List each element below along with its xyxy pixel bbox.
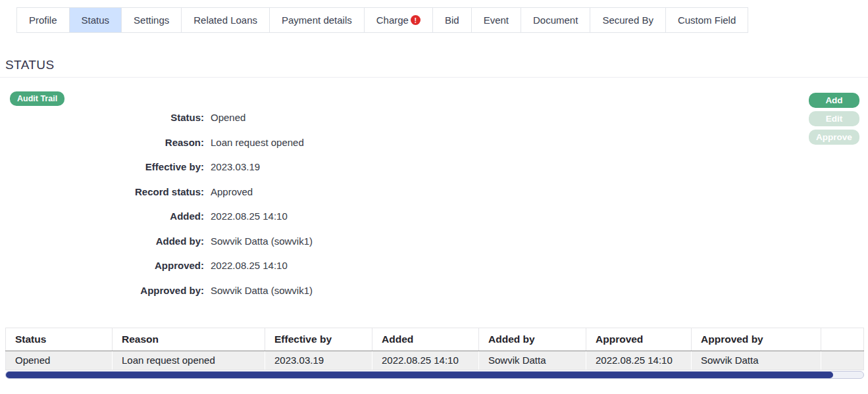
detail-label: Approved: bbox=[0, 260, 204, 271]
detail-label: Status: bbox=[0, 112, 204, 123]
column-header-approved: Approved bbox=[586, 328, 692, 351]
tab-label: Bid bbox=[445, 14, 459, 26]
horizontal-scrollbar[interactable] bbox=[5, 371, 864, 379]
horizontal-scrollbar-thumb[interactable] bbox=[6, 372, 833, 378]
detail-value: 2022.08.25 14:10 bbox=[211, 260, 288, 271]
detail-value: Loan request opened bbox=[211, 137, 304, 148]
tab-related-loans[interactable]: Related Loans bbox=[182, 8, 270, 32]
detail-row-record-status: Record status: Approved bbox=[0, 180, 868, 205]
table-header-row: Status Reason Effective by Added Added b… bbox=[6, 328, 864, 351]
status-table-container: Status Reason Effective by Added Added b… bbox=[5, 328, 864, 370]
approve-button[interactable]: Approve bbox=[809, 130, 859, 145]
tab-status[interactable]: Status bbox=[70, 8, 122, 32]
detail-value: Opened bbox=[211, 112, 245, 123]
section-header: STATUS bbox=[0, 58, 868, 78]
tab-label: Event bbox=[484, 14, 509, 26]
cell-approved-by: Sowvik Datta bbox=[692, 351, 821, 370]
detail-value: Sowvik Datta (sowvik1) bbox=[211, 285, 313, 296]
tab-label: Payment details bbox=[282, 14, 352, 26]
tab-payment-details[interactable]: Payment details bbox=[270, 8, 365, 32]
detail-value: Approved bbox=[211, 186, 253, 197]
table-row[interactable]: Opened Loan request opened 2023.03.19 20… bbox=[6, 351, 864, 370]
tab-label: Custom Field bbox=[678, 14, 736, 26]
add-button[interactable]: Add bbox=[809, 93, 859, 108]
tab-label: Status bbox=[82, 14, 110, 26]
tab-settings[interactable]: Settings bbox=[122, 8, 182, 32]
detail-row-added: Added: 2022.08.25 14:10 bbox=[0, 204, 868, 229]
status-content: Audit Trail Add Edit Approve Status: Ope… bbox=[0, 78, 868, 303]
tab-bar-container: Profile Status Settings Related Loans Pa… bbox=[0, 0, 868, 33]
detail-row-approved: Approved: 2022.08.25 14:10 bbox=[0, 253, 868, 278]
tab-label: Document bbox=[533, 14, 578, 26]
detail-value: 2023.03.19 bbox=[211, 161, 260, 172]
cell-reason: Loan request opened bbox=[113, 351, 265, 370]
tab-bid[interactable]: Bid bbox=[433, 8, 472, 32]
tab-bar: Profile Status Settings Related Loans Pa… bbox=[16, 7, 748, 33]
cell-added: 2022.08.25 14:10 bbox=[372, 351, 479, 370]
column-header-added-by: Added by bbox=[479, 328, 586, 351]
detail-label: Effective by: bbox=[0, 161, 204, 172]
column-header-status: Status bbox=[6, 328, 113, 351]
action-buttons: Add Edit Approve bbox=[809, 93, 859, 145]
detail-row-approved-by: Approved by: Sowvik Datta (sowvik1) bbox=[0, 278, 868, 303]
tab-label: Charge bbox=[376, 14, 409, 26]
cell-approved: 2022.08.25 14:10 bbox=[586, 351, 692, 370]
detail-label: Added by: bbox=[0, 235, 204, 247]
cell-empty bbox=[821, 351, 864, 370]
tab-secured-by[interactable]: Secured By bbox=[590, 8, 666, 32]
tab-label: Secured By bbox=[602, 14, 653, 26]
audit-trail-button[interactable]: Audit Trail bbox=[10, 91, 64, 106]
column-header-effective-by: Effective by bbox=[265, 328, 372, 351]
detail-row-reason: Reason: Loan request opened bbox=[0, 130, 868, 155]
cell-status: Opened bbox=[6, 351, 113, 370]
tab-event[interactable]: Event bbox=[472, 8, 521, 32]
cell-added-by: Sowvik Datta bbox=[479, 351, 586, 370]
column-header-approved-by: Approved by bbox=[692, 328, 821, 351]
edit-button[interactable]: Edit bbox=[809, 111, 859, 126]
detail-row-status: Status: Opened bbox=[0, 105, 868, 130]
tab-label: Related Loans bbox=[193, 14, 257, 26]
status-table: Status Reason Effective by Added Added b… bbox=[5, 328, 864, 370]
detail-value: 2022.08.25 14:10 bbox=[211, 210, 288, 222]
page-title: STATUS bbox=[5, 58, 55, 72]
tab-profile[interactable]: Profile bbox=[17, 8, 70, 32]
tab-document[interactable]: Document bbox=[521, 8, 590, 32]
detail-label: Record status: bbox=[0, 186, 204, 197]
detail-row-effective-by: Effective by: 2023.03.19 bbox=[0, 155, 868, 180]
column-header-added: Added bbox=[372, 328, 479, 351]
detail-row-added-by: Added by: Sowvik Datta (sowvik1) bbox=[0, 229, 868, 254]
detail-label: Approved by: bbox=[0, 285, 204, 296]
detail-value: Sowvik Datta (sowvik1) bbox=[211, 235, 313, 247]
cell-effective-by: 2023.03.19 bbox=[265, 351, 372, 370]
detail-label: Reason: bbox=[0, 137, 204, 148]
tab-custom-field[interactable]: Custom Field bbox=[666, 8, 748, 32]
tab-label: Settings bbox=[134, 14, 169, 26]
details-list: Status: Opened Reason: Loan request open… bbox=[0, 78, 868, 303]
tab-charge[interactable]: Charge ! bbox=[365, 8, 433, 32]
column-header-reason: Reason bbox=[113, 328, 265, 351]
tab-label: Profile bbox=[29, 14, 57, 26]
alert-exclamation-icon: ! bbox=[411, 15, 421, 25]
column-header-empty bbox=[821, 328, 864, 351]
detail-label: Added: bbox=[0, 210, 204, 222]
